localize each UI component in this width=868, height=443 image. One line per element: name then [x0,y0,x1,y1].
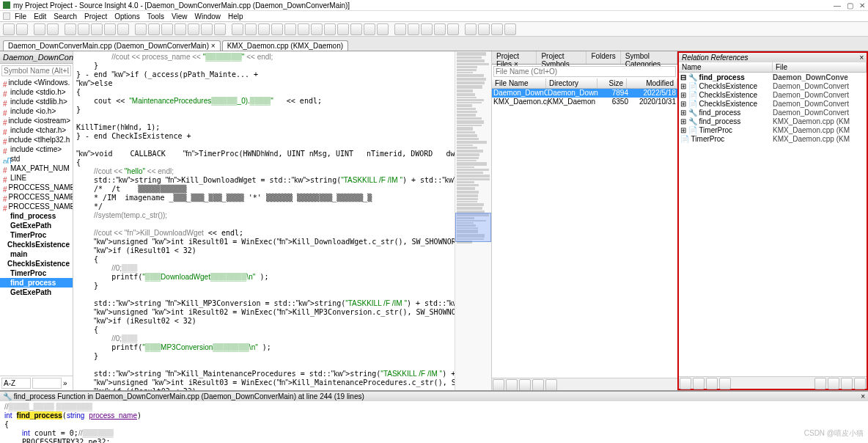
symbol-item[interactable]: CheckIsExistence [0,240,73,249]
symbol-item[interactable]: {}std [0,154,73,164]
tool-button[interactable] [337,23,349,35]
projtab-folders[interactable]: Folders [586,51,620,64]
tool-button[interactable] [148,23,160,35]
symbol-item[interactable]: #LINE [0,173,73,183]
projtab-files[interactable]: Project Files × [492,51,537,64]
maximize-button[interactable]: ▢ [847,1,853,10]
projtab-cats[interactable]: Symbol Categories [621,51,677,64]
tool-button[interactable] [245,23,257,35]
tool-button[interactable] [434,23,446,35]
symbol-item[interactable]: #PROCCESS_NAME_ [0,183,73,192]
symbol-item[interactable]: TimerProc [0,230,73,240]
save-button[interactable] [34,23,45,35]
tool-button[interactable] [298,23,309,35]
range-from-input[interactable] [1,378,31,389]
tab-close-icon[interactable]: × [211,42,216,50]
menu-window[interactable]: Window [192,12,224,21]
rel-tool-button[interactable] [693,378,705,389]
col-size[interactable]: Size [597,78,627,88]
relation-node[interactable]: ⊞ 📄 CheckIsExistenceDaemon_DownConvert [680,100,865,109]
menu-edit[interactable]: Edit [31,12,49,21]
cut-button[interactable] [65,23,76,35]
menu-tools[interactable]: Tools [144,12,167,21]
symbol-item[interactable]: #PROCCESS_NAME_ [0,192,73,202]
close-button[interactable]: ✕ [859,1,865,10]
range-go-icon[interactable]: » [63,379,67,387]
col-filename[interactable]: File Name [492,78,546,88]
symbol-item[interactable]: #include <stdlib.h> [0,97,73,106]
tool-button[interactable] [271,23,283,35]
tool-button[interactable] [201,23,213,35]
tool-button[interactable] [465,23,477,35]
symbol-item[interactable]: #MAX_PATH_NUM [0,164,73,173]
menu-project[interactable]: Project [81,12,110,21]
symbol-item[interactable]: #include <io.h> [0,106,73,116]
symbol-item[interactable]: #include <tlhelp32.h [0,135,73,144]
tool-button[interactable] [408,23,419,35]
rel-tool-button[interactable] [706,378,718,389]
relation-close-icon[interactable]: × [859,54,864,62]
rel-tool-button[interactable] [854,378,866,389]
tool-button[interactable] [478,23,490,35]
symbol-item[interactable]: CheckIsExistence [0,259,73,268]
tool-button[interactable] [258,23,270,35]
menu-view[interactable]: View [169,12,191,21]
symbol-item[interactable]: #include <ctime> [0,144,73,154]
symbol-item[interactable]: GetExePath [0,221,73,230]
tool-button[interactable] [232,23,243,35]
menu-help[interactable]: Help [225,12,246,21]
paste-button[interactable] [91,23,103,35]
tool-button[interactable] [161,23,173,35]
tool-button[interactable] [284,23,296,35]
relation-node[interactable]: 📄 TimerProcKMX_Daemon.cpp (KM [680,135,865,144]
symbol-item[interactable]: #include <stdio.h> [0,87,73,97]
projtab-symbols[interactable]: Project Symbols [537,51,586,64]
symbol-item[interactable]: main [0,249,73,259]
rel-tool-button[interactable] [680,378,691,389]
system-menu-icon[interactable] [3,12,10,20]
proj-tool-button[interactable] [506,379,518,390]
file-row[interactable]: KMX_Daemon.cppKMX_Daemon63502020/10/31 [492,98,677,106]
range-to-input[interactable] [32,378,62,389]
menu-options[interactable]: Options [111,12,142,21]
undo-button[interactable] [104,23,116,35]
tool-button[interactable] [377,23,389,35]
symbol-item[interactable]: find_process [0,211,73,221]
nav-back-button[interactable] [3,23,15,35]
menu-search[interactable]: Search [51,12,80,21]
relation-node[interactable]: ⊞ 🔧 find_processDaemon_DownConvert [680,109,865,117]
tool-button[interactable] [504,23,516,35]
tool-button[interactable] [421,23,433,35]
tool-button[interactable] [447,23,459,35]
rel-tool-button[interactable] [719,378,731,389]
rel-tool-button[interactable] [841,378,853,389]
tool-button[interactable] [214,23,226,35]
redo-button[interactable] [117,23,129,35]
nav-fwd-button[interactable] [16,23,28,35]
proj-tool-button[interactable] [519,379,531,390]
symbol-item[interactable]: #include <Windows. [0,78,73,87]
proj-tool-button[interactable] [532,379,544,390]
symbol-item[interactable]: find_process [0,278,73,288]
tool-button[interactable] [188,23,199,35]
minimize-button[interactable]: — [834,1,841,10]
symbol-item[interactable]: GetExePath [0,288,73,297]
proj-tool-button[interactable] [545,379,557,390]
proj-tool-button[interactable] [493,379,504,390]
tool-button[interactable] [394,23,406,35]
tool-button[interactable] [311,23,323,35]
menu-file[interactable]: File [12,12,29,21]
rel-tool-button[interactable] [814,378,826,389]
tool-button[interactable] [491,23,503,35]
relation-node[interactable]: ⊞ 📄 CheckIsExistenceDaemon_DownConvert [680,82,865,91]
symbol-item[interactable]: #include <iostream> [0,116,73,125]
tool-button[interactable] [350,23,362,35]
symbol-item[interactable]: #PROCCESS_NAME_ [0,202,73,211]
symbol-item[interactable]: TimerProc [0,268,73,278]
save-all-button[interactable] [47,23,59,35]
relation-node[interactable]: ⊞ 🔧 find_processKMX_Daemon.cpp (KM [680,117,865,126]
rel-tool-button[interactable] [828,378,839,389]
tool-button[interactable] [324,23,336,35]
doc-tab[interactable]: Daemon_DownConverMain.cpp (Daemon_DownCo… [3,40,221,51]
file-row[interactable]: Daemon_DownConvDaemon_Down78942022/5/18 [492,89,677,98]
